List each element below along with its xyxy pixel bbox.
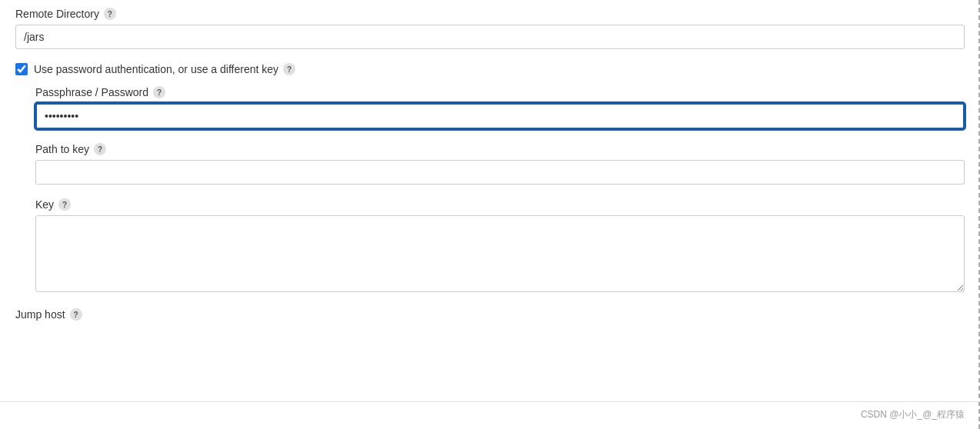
watermark: CSDN @小小_@_程序猿 [861,408,965,421]
path-to-key-input[interactable] [35,160,965,185]
path-to-key-help-icon[interactable]: ? [94,143,106,155]
path-to-key-group: Path to key ? [35,143,965,185]
key-label: Key ? [35,198,965,211]
jump-host-help-icon[interactable]: ? [70,308,82,321]
use-password-auth-row: Use password authentication, or use a di… [15,63,965,75]
passphrase-help-icon[interactable]: ? [153,86,165,98]
passphrase-group: Passphrase / Password ? [35,86,965,129]
remote-directory-label-text: Remote Directory [15,8,99,20]
passphrase-input[interactable] [35,103,965,129]
use-password-auth-help-icon[interactable]: ? [283,63,295,75]
remote-directory-group: Remote Directory ? [15,8,965,49]
remote-directory-help-icon[interactable]: ? [104,8,116,20]
jump-host-label: Jump host ? [15,308,965,321]
key-group: Key ? [35,198,965,294]
use-password-auth-label[interactable]: Use password authentication, or use a di… [34,63,295,75]
remote-directory-input[interactable] [15,25,965,49]
key-input[interactable] [35,215,965,292]
watermark-text: CSDN @小小_@_程序猿 [861,409,965,420]
indented-section: Passphrase / Password ? Path to key ? Ke… [15,86,965,294]
passphrase-label-text: Passphrase / Password [35,86,148,98]
use-password-auth-label-text: Use password authentication, or use a di… [34,63,278,75]
passphrase-label: Passphrase / Password ? [35,86,965,98]
remote-directory-label: Remote Directory ? [15,8,965,20]
main-container: Remote Directory ? Use password authenti… [0,0,980,350]
path-to-key-label: Path to key ? [35,143,965,155]
use-password-auth-checkbox[interactable] [15,63,28,75]
key-help-icon[interactable]: ? [58,198,71,211]
key-label-text: Key [35,198,54,211]
path-to-key-label-text: Path to key [35,143,89,155]
bottom-divider [0,401,980,402]
jump-host-label-text: Jump host [15,308,65,321]
jump-host-group: Jump host ? [15,308,965,321]
